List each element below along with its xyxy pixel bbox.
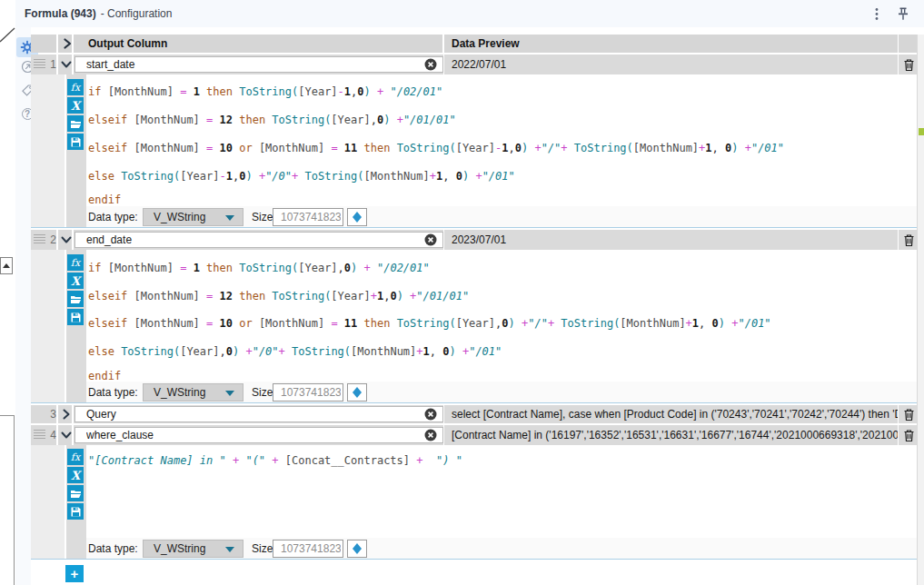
data-type-dropdown[interactable]: V_WString — [143, 540, 243, 558]
chevron-down-icon[interactable] — [61, 234, 72, 245]
data-preview-value: 2022/07/01 — [444, 55, 898, 74]
clear-icon[interactable] — [424, 58, 437, 71]
vertical-scrollbar[interactable] — [917, 35, 924, 585]
trash-icon — [903, 429, 915, 442]
variable-x-icon: X — [71, 100, 80, 112]
triangle-up-icon — [3, 263, 10, 268]
fx-icon: fx — [71, 452, 80, 462]
config-title-bar: Formula (943) - Configuration — [15, 0, 924, 27]
data-type-dropdown[interactable]: V_WString — [143, 208, 243, 226]
data-type-label: Data type: — [88, 382, 138, 403]
output-column-header: Output Column — [88, 35, 167, 53]
code-line: else ToString([Year],0) +"/0"+ ToString(… — [88, 345, 502, 358]
open-expression-button[interactable] — [67, 485, 84, 501]
row-number: 1 — [38, 55, 56, 74]
data-type-label: Data type: — [88, 206, 138, 228]
open-expression-button[interactable] — [67, 115, 84, 132]
data-preview-value: select [Contract Name], case when [Produ… — [444, 405, 898, 423]
save-expression-button[interactable] — [67, 134, 84, 150]
floppy-disk-icon — [71, 312, 81, 322]
save-expression-button[interactable] — [67, 309, 84, 325]
formula-row-1-header: 1 2022/07/01 — [31, 55, 917, 74]
output-column-input[interactable] — [75, 56, 443, 73]
formula-row-4-datatype: Data type: V_WString Size: — [31, 538, 917, 560]
pin-icon[interactable] — [896, 6, 910, 22]
spinner-down-icon — [353, 392, 362, 398]
code-line: endif — [88, 370, 121, 382]
size-input[interactable] — [273, 383, 343, 402]
open-expression-button[interactable] — [67, 291, 84, 307]
size-stepper[interactable] — [347, 540, 367, 558]
variables-button[interactable]: X — [67, 97, 84, 114]
add-expression-button[interactable]: + — [65, 565, 84, 582]
size-input[interactable] — [273, 540, 343, 558]
variables-button[interactable]: X — [67, 273, 84, 289]
fx-icon: fx — [71, 83, 80, 93]
delete-row-button[interactable] — [900, 57, 917, 73]
formula-row-1-expression: fx X if [MonthNum] = 1 then ToString([Ye… — [31, 74, 917, 206]
code-line: if [MonthNum] = 1 then ToString([Year],0… — [88, 262, 430, 274]
overflow-menu-icon[interactable] — [874, 7, 879, 21]
size-input[interactable] — [273, 208, 343, 226]
formula-row-2-datatype: Data type: V_WString Size: — [31, 382, 917, 403]
background-window-edge — [14, 415, 15, 585]
chevron-right-icon[interactable] — [61, 409, 72, 420]
fx-icon: fx — [71, 258, 80, 268]
chevron-down-icon[interactable] — [61, 59, 72, 70]
variable-x-icon: X — [71, 470, 80, 481]
formula-row-2-expression: fx X if [MonthNum] = 1 then ToString([Ye… — [31, 250, 917, 382]
canvas-scroll-up-button[interactable] — [0, 257, 13, 274]
trash-icon — [903, 58, 915, 72]
folder-open-icon — [70, 489, 82, 499]
formula-row-1-datatype: Data type: V_WString Size: — [31, 206, 917, 228]
functions-button[interactable]: fx — [67, 254, 84, 271]
chevron-down-icon[interactable] — [61, 430, 72, 441]
grid-header-row: Output Column Data Preview — [31, 35, 917, 53]
variable-x-icon: X — [71, 275, 80, 287]
code-line: elseif [MonthNum] = 10 or [MonthNum] = 1… — [88, 142, 784, 154]
dropdown-arrow-icon — [225, 215, 234, 221]
clear-icon[interactable] — [424, 408, 437, 421]
data-preview-value: [Contract Name] in ('16197','16352','165… — [444, 425, 898, 445]
formula-row-2-header: 2 2023/07/01 — [31, 230, 917, 250]
delete-row-button[interactable] — [900, 428, 917, 443]
formula-row-4-expression: fx X "[Contract Name] in " + "(" + [Conc… — [31, 445, 917, 538]
data-preview-header: Data Preview — [452, 35, 520, 53]
data-type-value: V_WString — [154, 542, 205, 555]
tool-title-suffix: - Configuration — [101, 7, 173, 20]
data-type-value: V_WString — [154, 211, 205, 223]
trash-icon — [903, 408, 915, 421]
output-column-input[interactable] — [75, 232, 443, 248]
variables-button[interactable]: X — [67, 467, 84, 483]
code-line: elseif [MonthNum] = 12 then ToString([Ye… — [88, 114, 456, 126]
data-type-dropdown[interactable]: V_WString — [143, 383, 243, 402]
background-window-edge — [0, 415, 15, 416]
folder-open-icon — [70, 294, 82, 304]
size-stepper[interactable] — [347, 208, 367, 226]
floppy-disk-icon — [71, 137, 81, 147]
delete-row-button[interactable] — [900, 407, 917, 422]
functions-button[interactable]: fx — [67, 449, 84, 465]
data-type-label: Data type: — [88, 538, 138, 560]
output-column-input[interactable] — [75, 406, 443, 422]
code-line: "[Contract Name] in " + "(" + [Concat__C… — [88, 454, 462, 467]
data-type-value: V_WString — [154, 386, 205, 399]
spinner-down-icon — [353, 217, 362, 223]
delete-row-button[interactable] — [900, 233, 917, 248]
output-column-input[interactable] — [75, 427, 443, 443]
canvas-connector-line — [0, 25, 16, 44]
code-line: elseif [MonthNum] = 10 or [MonthNum] = 1… — [88, 317, 771, 330]
code-line: endif — [88, 193, 121, 206]
row-number: 3 — [38, 405, 56, 423]
formula-row-4-header: 4 [Contract Name] in ('16197','16352','1… — [31, 425, 917, 445]
folder-open-icon — [70, 119, 82, 129]
size-stepper[interactable] — [347, 383, 367, 402]
clear-icon[interactable] — [424, 233, 437, 246]
clear-icon[interactable] — [424, 429, 437, 441]
formula-configuration-panel: Formula (943) - Configuration ? Output C… — [0, 0, 924, 585]
save-expression-button[interactable] — [67, 503, 84, 520]
dropdown-arrow-icon — [225, 391, 234, 396]
functions-button[interactable]: fx — [67, 79, 84, 95]
floppy-disk-icon — [71, 507, 81, 517]
formula-row-3-header: 3 select [Contract Name], case when [Pro… — [31, 405, 917, 423]
